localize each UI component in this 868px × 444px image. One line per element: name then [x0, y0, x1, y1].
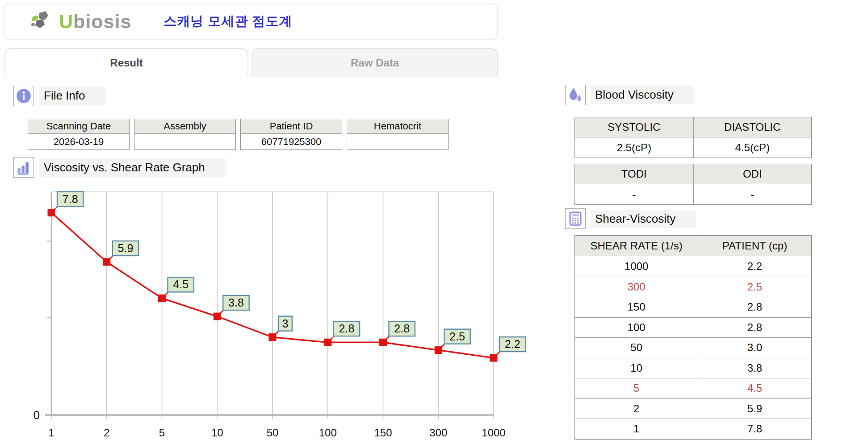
blood-pressure-viscosity-table: SYSTOLIC DIASTOLIC 2.5(cP) 4.5(cP)	[574, 117, 812, 158]
graph-section-title: Viscosity vs. Shear Rate Graph	[39, 158, 226, 177]
table-row: 17.8	[575, 419, 811, 439]
svg-text:2.8: 2.8	[394, 322, 410, 335]
shear-viscosity-icon-box	[565, 208, 586, 229]
svg-text:150: 150	[374, 427, 392, 439]
table-row: 503.0	[575, 337, 811, 358]
shear-rate-cell: 300	[575, 277, 698, 297]
graph-icon-box	[13, 157, 34, 178]
tab-raw-data[interactable]: Raw Data	[252, 48, 498, 77]
brand-name-rest: biosis	[73, 11, 131, 32]
file-info-section-title: File Info	[39, 87, 106, 105]
todi-odi-table: TODI ODI - -	[574, 164, 812, 205]
header-card: Ubiosis 스캐닝 모세관 점도계	[4, 3, 498, 40]
shear-rate-cell: 1000	[575, 256, 698, 277]
file-info-field-value: 2026-03-19	[28, 134, 129, 149]
patient-cell: 3.0	[698, 338, 811, 358]
file-info-field-label: Hematocrit	[347, 119, 448, 134]
svg-text:3.8: 3.8	[228, 296, 244, 309]
table-header-row: SHEAR RATE (1/s) PATIENT (cp)	[575, 236, 811, 256]
table-row: 10002.2	[575, 256, 811, 277]
file-info-field-value: 60771925300	[241, 134, 342, 149]
shear-viscosity-table: SHEAR RATE (1/s) PATIENT (cp) 10002.2300…	[574, 235, 812, 440]
shear-viscosity-section-title: Shear-Viscosity	[591, 210, 696, 228]
svg-text:300: 300	[429, 427, 447, 439]
calculator-icon	[567, 211, 583, 227]
svg-text:100: 100	[319, 427, 337, 439]
file-info-fields: Scanning Date2026-03-19AssemblyPatient I…	[28, 119, 449, 150]
patient-cell: 2.2	[698, 256, 811, 277]
shear-rate-cell: 2	[575, 399, 698, 419]
table-row: 1502.8	[575, 297, 811, 317]
table-row: 54.5	[575, 378, 811, 398]
table-row: 25.9	[575, 398, 811, 419]
svg-text:1000: 1000	[482, 427, 505, 439]
odi-value: -	[693, 184, 812, 204]
table-value-row: 2.5(cP) 4.5(cP)	[575, 137, 811, 158]
table-row: 1002.8	[575, 317, 811, 338]
patient-cell: 7.8	[698, 419, 811, 439]
svg-text:5: 5	[159, 427, 165, 439]
svg-text:7.8: 7.8	[63, 193, 78, 205]
diastolic-value: 4.5(cP)	[693, 137, 812, 158]
table-header-row: SYSTOLIC DIASTOLIC	[575, 117, 811, 137]
svg-text:0: 0	[34, 408, 40, 422]
patient-cell: 5.9	[698, 399, 811, 419]
shear-rate-column-header: SHEAR RATE (1/s)	[575, 236, 698, 256]
shear-rate-cell: 100	[575, 318, 698, 338]
shear-viscosity-table-body: 10002.23002.51502.81002.8503.0103.854.52…	[575, 256, 811, 439]
brand-letter-u: U	[59, 11, 73, 32]
svg-text:2.2: 2.2	[505, 338, 520, 350]
tab-result[interactable]: Result	[4, 48, 248, 77]
svg-text:1: 1	[48, 427, 54, 439]
viscosity-chart-area: 0125105010015030010007.85.94.53.832.82.8…	[0, 185, 572, 444]
svg-text:50: 50	[267, 427, 279, 439]
blood-viscosity-icon-box	[565, 85, 586, 105]
svg-text:10: 10	[211, 427, 223, 439]
svg-text:5.9: 5.9	[118, 242, 134, 254]
todi-value: -	[575, 184, 693, 204]
patient-cell: 2.5	[698, 277, 811, 297]
file-info-field: Hematocrit	[347, 119, 449, 150]
app-title-korean: 스캐닝 모세관 점도계	[164, 12, 292, 30]
shear-rate-cell: 10	[575, 358, 698, 378]
file-info-field-value	[134, 134, 235, 149]
bar-chart-icon	[16, 159, 32, 175]
table-header-row: TODI ODI	[575, 164, 811, 184]
table-row: 3002.5	[575, 277, 811, 297]
todi-header: TODI	[575, 164, 693, 184]
diastolic-header: DIASTOLIC	[693, 117, 812, 137]
brand-logo: Ubiosis	[29, 9, 131, 33]
file-info-field-label: Patient ID	[241, 119, 342, 134]
ubiosis-logo-icon	[29, 9, 56, 33]
patient-cell: 2.8	[698, 318, 811, 338]
shear-rate-cell: 50	[575, 338, 698, 358]
brand-name: Ubiosis	[59, 12, 131, 31]
shear-rate-cell: 150	[575, 297, 698, 317]
info-icon	[16, 88, 32, 104]
droplets-icon	[567, 87, 583, 103]
file-info-field: Scanning Date2026-03-19	[28, 119, 130, 150]
svg-text:3: 3	[282, 317, 288, 330]
blood-viscosity-section-title: Blood Viscosity	[591, 86, 694, 104]
systolic-value: 2.5(cP)	[575, 137, 693, 158]
odi-header: ODI	[693, 164, 812, 184]
table-row: 103.8	[575, 358, 811, 378]
svg-text:2: 2	[104, 427, 109, 439]
patient-cell: 4.5	[698, 378, 811, 398]
shear-rate-cell: 5	[575, 378, 698, 398]
file-info-icon-box	[13, 86, 34, 106]
file-info-field: Patient ID60771925300	[240, 119, 342, 150]
file-info-field-label: Scanning Date	[28, 119, 129, 134]
viscosity-chart: 0125105010015030010007.85.94.53.832.82.8…	[0, 185, 572, 444]
file-info-field-value	[347, 134, 448, 149]
patient-cell: 3.8	[698, 358, 811, 378]
file-info-field: Assembly	[134, 119, 236, 150]
file-info-field-label: Assembly	[134, 119, 235, 134]
shear-rate-cell: 1	[575, 419, 698, 439]
table-value-row: - -	[575, 184, 811, 204]
svg-text:2.5: 2.5	[449, 330, 465, 343]
systolic-header: SYSTOLIC	[575, 117, 693, 137]
patient-cell: 2.8	[698, 297, 811, 317]
svg-text:4.5: 4.5	[173, 278, 189, 290]
patient-column-header: PATIENT (cp)	[698, 236, 811, 256]
